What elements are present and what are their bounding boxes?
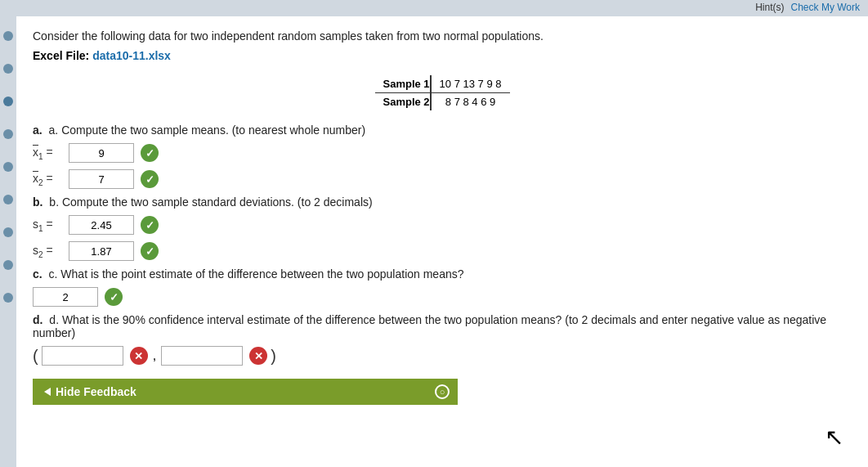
ci-upper-error-icon: ✕ [249,347,267,365]
main-content: Consider the following data for two inde… [16,16,868,467]
x2-check-icon: ✓ [141,170,159,188]
sample2-values: 8 7 8 4 6 9 [431,93,510,111]
x2-input[interactable] [69,169,134,189]
part-b-letter: b. [33,195,43,209]
sidebar-bullet-6 [3,195,13,204]
ci-row: ( ✕ , ✕ ) [33,346,852,366]
sidebar-bullet-3 [3,97,13,106]
sidebar-bullet-7 [3,227,13,237]
point-estimate-check-icon: ✓ [105,288,123,306]
sample1-row: Sample 1 10 7 13 7 9 8 [375,75,510,93]
part-b-label: b. b. Compute the two sample standard de… [33,195,852,209]
sample2-row: Sample 2 8 7 8 4 6 9 [375,93,510,111]
x2-row: x2 = ✓ [33,169,852,189]
ci-upper-input[interactable] [161,346,243,366]
hide-feedback-bar[interactable]: Hide Feedback ○ [33,379,458,405]
right-paren: ) [271,348,276,364]
comma: , [153,348,156,363]
s1-input[interactable] [69,215,134,235]
s1-label: s1 = [33,218,65,233]
part-c-text: c. What is the point estimate of the dif… [49,267,464,281]
part-c-letter: c. [33,267,43,281]
sidebar-bullets [0,25,16,309]
sample-table: Sample 1 10 7 13 7 9 8 Sample 2 8 7 8 4 … [375,75,510,110]
point-estimate-input[interactable] [33,287,98,307]
s2-label: s2 = [33,244,65,259]
excel-label: Excel File: [33,49,89,62]
part-c-label: c. c. What is the point estimate of the … [33,267,852,281]
sample1-label: Sample 1 [375,75,431,93]
sidebar-bullet-2 [3,64,13,74]
s1-check-icon: ✓ [141,216,159,234]
excel-file-line: Excel File: data10-11.xlsx [33,49,852,62]
feedback-circle-icon: ○ [435,384,450,399]
x1-label: x1 = [33,146,65,161]
check-work-link[interactable]: Check My Work [791,2,860,13]
hide-feedback-label: Hide Feedback [56,385,136,398]
sample2-label: Sample 2 [375,93,431,111]
point-estimate-row: ✓ [33,287,852,307]
excel-file-link[interactable]: data10-11.xlsx [92,49,171,62]
x1-row: x1 = ✓ [33,143,852,163]
triangle-icon [44,388,51,396]
s1-row: s1 = ✓ [33,215,852,235]
left-paren: ( [33,348,38,364]
x2-label: x2 = [33,172,65,187]
sample1-values: 10 7 13 7 9 8 [431,75,510,93]
part-d-text: d. What is the 90% confidence interval e… [33,313,826,339]
ci-lower-error-icon: ✕ [130,347,148,365]
x1-input[interactable] [69,143,134,163]
x1-check-icon: ✓ [141,144,159,162]
part-a-text: a. Compute the two sample means. (to nea… [49,123,366,137]
s2-input[interactable] [69,241,134,261]
part-b-text: b. Compute the two sample standard devia… [49,195,372,209]
sidebar-bullet-4 [3,129,13,139]
sidebar-bullet-8 [3,260,13,270]
intro-description: Consider the following data for two inde… [33,29,852,43]
hint-label: Hint(s) [755,2,784,13]
s2-row: s2 = ✓ [33,241,852,261]
top-bar: Hint(s) Check My Work [747,0,868,15]
part-a-label: a. a. Compute the two sample means. (to … [33,123,852,137]
ci-lower-input[interactable] [42,346,123,366]
sidebar-bullet-5 [3,162,13,172]
sample-table-wrapper: Sample 1 10 7 13 7 9 8 Sample 2 8 7 8 4 … [33,75,852,110]
sidebar-bullet-9 [3,293,13,303]
part-d-label: d. d. What is the 90% confidence interva… [33,313,852,339]
part-a-letter: a. [33,123,43,137]
sidebar-bullet-1 [3,31,13,41]
part-d-letter: d. [33,313,43,326]
s2-check-icon: ✓ [141,242,159,260]
